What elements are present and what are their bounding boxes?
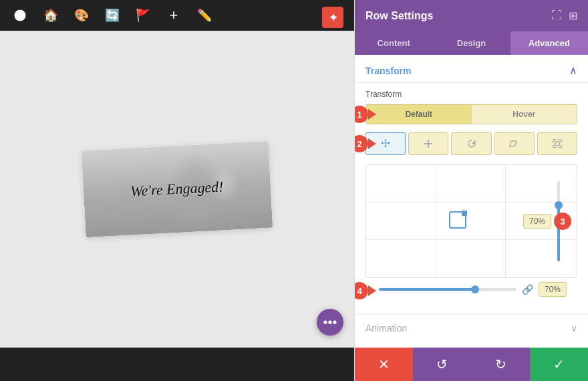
palette-icon[interactable]: 🎨: [72, 6, 91, 25]
y-value-badge[interactable]: 70%: [523, 214, 551, 229]
transform-type-container: 2: [365, 132, 577, 155]
flag-icon[interactable]: 🚩: [134, 6, 152, 25]
action-bar: ✕ ↺ ↻ ✓: [355, 348, 588, 381]
state-hover-btn[interactable]: Hover: [472, 105, 577, 124]
undo-button[interactable]: ↺: [413, 348, 471, 381]
state-toggle: Default Hover: [365, 104, 577, 124]
step4-pointer: [368, 285, 376, 296]
x-value-badge[interactable]: 70%: [539, 282, 567, 297]
x-slider-fill: [379, 288, 475, 291]
transform-visual: 70% 3: [365, 164, 577, 278]
canvas: We're Engaged!: [0, 31, 354, 348]
grid-v-1: [436, 165, 436, 277]
settings-panel: Row Settings ⛶ ⊞ Content Design Advanced…: [354, 0, 588, 381]
grid-icon[interactable]: ⊞: [569, 9, 577, 22]
animation-title: Animation: [365, 323, 407, 334]
step4-badge-group: 4: [355, 282, 376, 299]
transform-scale-btn[interactable]: [537, 132, 577, 155]
tab-content[interactable]: Content: [355, 31, 432, 55]
state-default-btn[interactable]: Default: [366, 105, 472, 124]
redo-button[interactable]: ↻: [472, 348, 530, 381]
tab-advanced[interactable]: Advanced: [510, 31, 588, 55]
step4-circle: 4: [355, 282, 368, 299]
step2-pointer: [368, 138, 376, 149]
transform-box-icon: [447, 209, 471, 233]
transform-section-header: Transform ∧: [355, 55, 588, 83]
pencil-icon[interactable]: ✏️: [195, 6, 214, 25]
step2-badge-group: 2: [355, 135, 376, 152]
engaged-card[interactable]: We're Engaged!: [82, 141, 273, 237]
wordpress-icon[interactable]: [11, 6, 29, 25]
bottom-bar: [0, 348, 354, 381]
toolbar: 🏠 🎨 🔄 🚩 + ✏️: [0, 0, 354, 31]
grid-v-2: [505, 165, 506, 277]
svg-rect-2: [509, 141, 516, 146]
editor-area: 🏠 🎨 🔄 🚩 + ✏️ ✦ We're Engaged! •••: [0, 0, 354, 381]
refresh-icon[interactable]: 🔄: [103, 6, 122, 25]
cancel-button[interactable]: ✕: [355, 348, 413, 381]
home-icon[interactable]: 🏠: [41, 6, 60, 25]
state-toggle-container: 1 Default Hover: [365, 104, 577, 124]
step2-circle: 2: [355, 135, 368, 152]
x-slider-thumb[interactable]: [471, 285, 479, 293]
step3-circle: 3: [554, 213, 571, 230]
transform-collapse-icon[interactable]: ∧: [569, 64, 577, 77]
grid-h-2: [366, 239, 577, 240]
animation-section: Animation ∨: [355, 314, 588, 342]
y-slider-thumb[interactable]: [555, 201, 563, 209]
x-slider-area: 4 🔗 70%: [365, 278, 577, 303]
step1-pointer: [368, 109, 376, 120]
transform-cross-btn[interactable]: [408, 132, 448, 155]
fab-icon: •••: [323, 315, 337, 330]
transform-rotate-btn[interactable]: [451, 132, 491, 155]
transform-type-buttons: [365, 132, 577, 155]
transform-field-label: Transform: [365, 90, 577, 99]
svg-rect-5: [462, 211, 467, 216]
grid-h-1: [366, 202, 577, 203]
link-icon[interactable]: 🔗: [522, 284, 533, 295]
tab-design[interactable]: Design: [432, 31, 510, 55]
step1-badge-group: 1: [355, 106, 376, 123]
panel-header: Row Settings ⛶ ⊞: [355, 0, 588, 31]
animation-collapse-icon[interactable]: ∨: [571, 323, 577, 334]
transform-section-content: Transform 1 Default Hover: [355, 83, 588, 314]
fab-button[interactable]: •••: [317, 309, 343, 336]
divi-logo[interactable]: ✦: [322, 7, 343, 28]
tab-bar: Content Design Advanced: [355, 31, 588, 55]
svg-rect-3: [555, 142, 559, 146]
panel-body: Transform ∧ Transform 1 Default Hover: [355, 55, 588, 348]
plus-icon[interactable]: +: [164, 6, 183, 25]
save-button[interactable]: ✓: [530, 348, 588, 381]
step3-group: 70% 3: [523, 213, 571, 230]
transform-skew-btn[interactable]: [494, 132, 535, 155]
panel-title: Row Settings: [365, 10, 433, 22]
x-slider-track[interactable]: [379, 288, 517, 291]
panel-header-icons: ⛶ ⊞: [551, 9, 577, 22]
animation-section-header[interactable]: Animation ∨: [355, 315, 588, 342]
step1-circle: 1: [355, 106, 368, 123]
transform-section: Transform ∧ Transform 1 Default Hover: [355, 55, 588, 314]
transform-section-title: Transform: [365, 66, 411, 76]
fullscreen-icon[interactable]: ⛶: [551, 9, 562, 22]
